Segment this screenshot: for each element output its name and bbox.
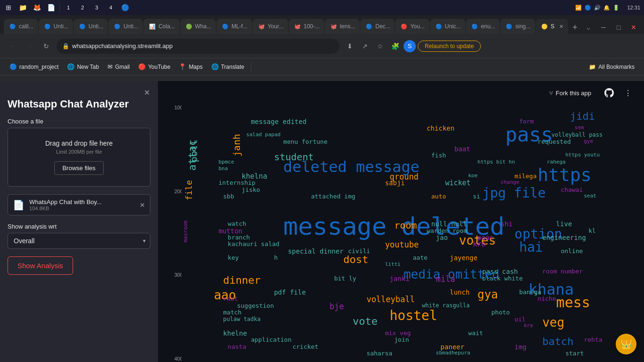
reload-btn[interactable]: ↻ [40, 40, 53, 53]
bm-separator [251, 62, 251, 72]
tab-favicon: 🐙 [330, 24, 337, 30]
show-analysis-btn[interactable]: Show Analysis [8, 256, 73, 275]
fork-app-btn[interactable]: ⑂ Fork this app [544, 87, 597, 99]
tab-favicon: 📊 [149, 24, 156, 30]
word-cloud-word: pass cash [482, 268, 518, 275]
window-minimize-btn[interactable]: ─ [597, 21, 610, 34]
taskbar-num4[interactable]: 4 [104, 1, 117, 14]
tab-unti2[interactable]: 🔵 Unti... [74, 19, 108, 34]
analysis-select[interactable]: Overall [8, 233, 150, 249]
file-remove-btn[interactable]: ✕ [140, 201, 145, 209]
window-maximize-btn[interactable]: □ [612, 21, 625, 34]
tab-cola[interactable]: 📊 Cola... [143, 19, 179, 34]
forward-btn[interactable]: → [23, 40, 36, 53]
tab-enu[interactable]: 🔵 enu... [466, 19, 500, 34]
address-actions: ⬇ ↗ ☆ 🧩 S Relaunch to update [343, 40, 481, 53]
word-cloud-word: civili [348, 248, 370, 254]
word-cloud-word: poll [189, 140, 198, 162]
word-cloud-word: lunch [450, 289, 470, 296]
tab-label: calil... [19, 23, 33, 30]
bm-folder-icon: 📁 [589, 64, 596, 70]
tab-unic[interactable]: 🔵 Unic... [430, 19, 466, 34]
back-btn[interactable]: ← [6, 40, 19, 53]
share-btn[interactable]: ↗ [358, 40, 372, 53]
streamlit-header: ⑂ Fork this app ⋮ [158, 81, 644, 105]
bm-label-rp: random_project [19, 64, 58, 70]
tab-label: 100-... [304, 23, 320, 30]
bm-gmail[interactable]: ✉ Gmail [104, 61, 133, 72]
bm-all-bookmarks[interactable]: 📁 All Bookmarks [585, 62, 638, 72]
tab-label: sing... [515, 23, 530, 30]
tab-close-btn[interactable]: ✕ [559, 24, 563, 30]
word-cloud-word: message edited [251, 118, 306, 125]
file-drop-zone[interactable]: Drag and drop file here Limit 200MB per … [8, 128, 150, 187]
tab-favicon: 🔵 [436, 24, 442, 30]
bm-youtube[interactable]: 🔴 YouTube [134, 61, 174, 72]
word-cloud-word: wicket [445, 180, 471, 187]
battery-icon: 🔋 [613, 5, 619, 11]
word-cloud-word: sbb [223, 193, 234, 199]
tab-you[interactable]: 🔴 You... [395, 19, 429, 34]
bm-maps[interactable]: 📍 Maps [175, 61, 206, 72]
bm-translate[interactable]: 🌐 Translate [207, 61, 248, 72]
word-cloud-word: white rasgulla [422, 303, 470, 308]
bookmark-btn[interactable]: ☆ [373, 40, 387, 53]
tab-wha[interactable]: 🟢 Wha... [180, 19, 216, 34]
word-cloud-word: baat [454, 146, 471, 152]
word-cloud-word: bit ly [334, 275, 356, 281]
taskbar-windows-btn[interactable]: ⊞ [2, 1, 15, 14]
word-cloud-word: watch [228, 221, 246, 227]
tab-unti3[interactable]: 🔵 Unti... [108, 19, 143, 34]
choose-file-label: Choose a file [8, 118, 150, 125]
sidebar-close-btn[interactable]: ✕ [141, 87, 152, 98]
crown-btn[interactable]: 👑 [616, 334, 636, 354]
tab-favicon-s: 🟡 [541, 24, 548, 30]
tab-dec[interactable]: 🔵 Dec... [360, 19, 395, 34]
tab-calif[interactable]: 🔵 calil... [4, 19, 38, 34]
tab-ml[interactable]: 🔵 ML-f... [216, 19, 252, 34]
word-cloud-word: salad papad [246, 132, 281, 137]
bm-icon-nt: 🌐 [67, 63, 74, 70]
tab-label-s: S [551, 23, 554, 30]
more-options-btn[interactable]: ⋮ [621, 86, 635, 99]
bm-new-tab[interactable]: 🌐 New Tab [63, 61, 102, 72]
taskbar-editor-btn[interactable]: 📄 [44, 1, 58, 14]
profile-btn[interactable]: S [404, 40, 416, 52]
github-btn[interactable] [603, 86, 616, 99]
word-cloud-word: kl [588, 228, 596, 234]
drag-drop-text: Drag and drop file here [16, 140, 142, 147]
tab-unti1[interactable]: 🔵 Unti... [39, 19, 73, 34]
bm-label-nt: New Tab [77, 64, 99, 70]
y-axis: 100 200 300 400 [162, 105, 183, 362]
tab-your[interactable]: 🐙 Your... [253, 19, 288, 34]
window-close-btn[interactable]: ✕ [627, 21, 640, 34]
download-btn[interactable]: ⬇ [343, 40, 356, 53]
taskbar-browser-btn[interactable]: 🦊 [30, 1, 43, 14]
word-cloud-word: wait [468, 330, 483, 336]
word-cloud-word: https bit hn [478, 159, 515, 165]
tab-search-btn[interactable]: ⌵ [582, 21, 595, 34]
sidebar: ✕ Whatsapp Chat Analyzer Choose a file D… [0, 81, 158, 362]
new-tab-btn[interactable]: + [569, 21, 581, 34]
url-bar[interactable]: 🔒 whatsappchatanalysing.streamlit.app [57, 39, 339, 54]
word-cloud-word: null null [431, 221, 467, 227]
browse-files-btn[interactable]: Browse files [54, 161, 103, 175]
bm-random-project[interactable]: 🔵 random_project [6, 61, 62, 72]
browser-chrome: 🔵 calil... 🔵 Unti... 🔵 Unti... 🔵 Unti...… [0, 15, 644, 81]
taskbar-num2[interactable]: 2 [76, 1, 89, 14]
tab-sing[interactable]: 🔵 sing... [500, 19, 535, 34]
taskbar-files-btn[interactable]: 📁 [16, 1, 29, 14]
bm-icon-tr: 🌐 [211, 63, 219, 70]
taskbar-chrome-btn[interactable]: 🔵 [118, 1, 132, 14]
word-cloud-word: janh [232, 134, 241, 156]
app-title: Whatsapp Chat Analyzer [8, 98, 150, 110]
tab-tens[interactable]: 🐙 tens... [325, 19, 360, 34]
tab-s-active[interactable]: 🟡 S ✕ [536, 19, 568, 34]
relaunch-btn[interactable]: Relaunch to update [418, 41, 481, 52]
taskbar-num3[interactable]: 3 [90, 1, 103, 14]
tab-100[interactable]: 🐙 100-... [289, 19, 324, 34]
taskbar-num1[interactable]: 1 [62, 1, 75, 14]
extension-btn[interactable]: 🧩 [388, 40, 402, 53]
file-info: WhatsApp Chat with Boy... 104.8KB [29, 198, 135, 211]
word-cloud-word: kre [524, 323, 533, 328]
